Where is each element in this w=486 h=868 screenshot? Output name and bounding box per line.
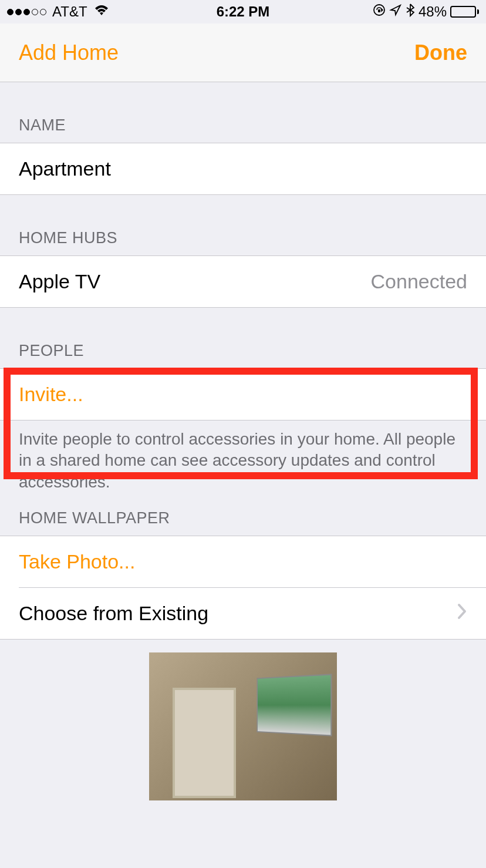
wallpaper-group: Take Photo... Choose from Existing: [0, 536, 486, 640]
take-photo-label: Take Photo...: [19, 550, 135, 573]
home-hub-name: Apple TV: [19, 270, 100, 293]
home-name-value: Apartment: [19, 157, 111, 180]
done-button[interactable]: Done: [414, 41, 467, 65]
section-header-people: PEOPLE: [0, 308, 486, 368]
section-header-name: NAME: [0, 82, 486, 143]
people-footer: Invite people to control accessories in …: [0, 420, 486, 493]
bluetooth-icon: [406, 3, 415, 21]
svg-rect-1: [378, 9, 380, 12]
status-bar: AT&T 6:22 PM 48%: [0, 0, 486, 23]
take-photo-cell[interactable]: Take Photo...: [0, 536, 486, 587]
chevron-right-icon: [457, 603, 467, 625]
choose-existing-cell[interactable]: Choose from Existing: [19, 587, 486, 639]
invite-label: Invite...: [19, 383, 83, 406]
nav-bar: Add Home Done: [0, 23, 486, 82]
add-home-button[interactable]: Add Home: [19, 41, 119, 65]
battery-percent: 48%: [419, 4, 447, 20]
home-hub-status: Connected: [371, 270, 467, 293]
home-name-cell[interactable]: Apartment: [0, 143, 486, 195]
home-hub-cell[interactable]: Apple TV Connected: [0, 255, 486, 308]
status-right: 48%: [373, 3, 479, 21]
status-left: AT&T: [7, 4, 110, 20]
invite-cell[interactable]: Invite...: [0, 368, 486, 420]
rotation-lock-icon: [373, 4, 386, 20]
carrier-label: AT&T: [52, 4, 87, 20]
location-icon: [389, 4, 402, 20]
signal-strength-icon: [7, 9, 46, 15]
battery-icon: [450, 6, 479, 18]
wifi-icon: [93, 4, 110, 20]
section-header-wallpaper: HOME WALLPAPER: [0, 493, 486, 536]
choose-existing-label: Choose from Existing: [19, 602, 208, 625]
status-time: 6:22 PM: [217, 4, 270, 20]
section-header-homehubs: HOME HUBS: [0, 195, 486, 255]
wallpaper-preview-image[interactable]: [149, 652, 337, 800]
